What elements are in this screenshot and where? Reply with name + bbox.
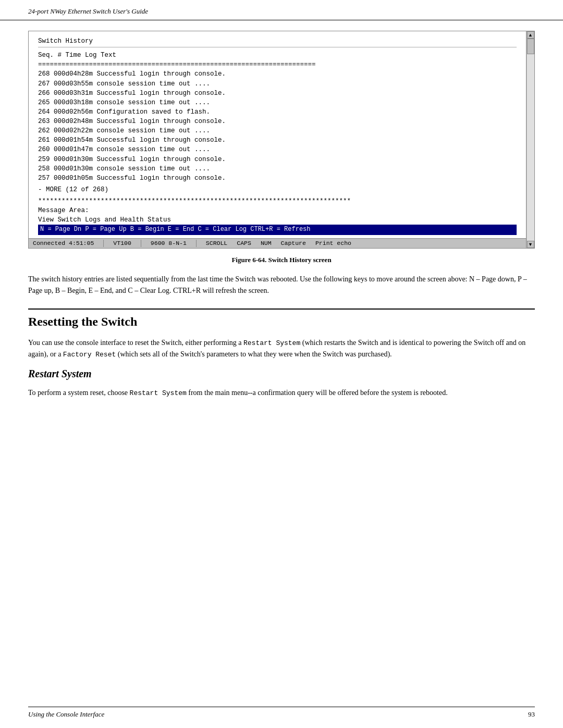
- scrollbar-down-button[interactable]: ▼: [527, 241, 534, 248]
- terminal-row-10: 258 000d01h30m console session time out …: [38, 164, 517, 174]
- footer-right: 93: [528, 710, 535, 719]
- status-scroll: SCROLL: [206, 240, 227, 246]
- terminal-row-3: 265 000d03h18m console session time out …: [38, 98, 517, 107]
- scrollbar-up-button[interactable]: ▲: [527, 31, 534, 39]
- status-divider-3: [196, 240, 197, 247]
- figure-caption-text: Figure 6-64. Switch History screen: [231, 256, 331, 264]
- status-divider-1: [103, 240, 104, 247]
- subsection-title: Restart System: [28, 368, 535, 380]
- section-divider: [28, 309, 535, 310]
- restart-system-mono: Restart System: [243, 339, 300, 347]
- terminal-status-bar: Connected 4:51:05 VT100 9600 8-N-1 SCROL…: [29, 238, 526, 248]
- figure-caption: Figure 6-64. Switch History screen: [28, 256, 535, 264]
- terminal-hr: [38, 47, 517, 47]
- page-footer: Using the Console Interface 93: [28, 707, 535, 719]
- restart-system-mono-2: Restart System: [130, 389, 187, 397]
- terminal-row-5: 263 000d02h48m Successful login through …: [38, 117, 517, 126]
- status-caps: CAPS: [237, 240, 251, 246]
- terminal-row-8: 260 000d01h47m console session time out …: [38, 145, 517, 154]
- page-header: 24-port NWay Ethernet Switch User's Guid…: [0, 0, 563, 20]
- terminal-asterisks: ****************************************…: [38, 196, 517, 206]
- header-title: 24-port NWay Ethernet Switch User's Guid…: [28, 7, 148, 16]
- status-print-echo: Print echo: [315, 240, 351, 246]
- terminal-separator: ========================================…: [38, 60, 517, 69]
- scrollbar[interactable]: ▲ ▼: [526, 31, 534, 248]
- status-divider-2: [141, 240, 141, 247]
- terminal-body: Switch History Seq. # Time Log Text ====…: [29, 31, 526, 238]
- terminal-row-7: 261 000d01h54m Successful login through …: [38, 135, 517, 145]
- terminal-row-9: 259 000d01h30m Successful login through …: [38, 155, 517, 164]
- status-baud: 9600 8-N-1: [151, 240, 187, 246]
- terminal-screenshot: ▲ ▼ Switch History Seq. # Time Log Text …: [28, 31, 535, 249]
- section-title: Resetting the Switch: [28, 315, 535, 329]
- description-paragraph: The switch history entries are listed se…: [28, 274, 535, 297]
- terminal-row-11: 257 000d01h05m Successful login through …: [38, 174, 517, 183]
- footer-left: Using the Console Interface: [28, 710, 104, 719]
- status-connected: Connected 4:51:05: [33, 240, 94, 246]
- terminal-row-6: 262 000d02h22m console session time out …: [38, 126, 517, 135]
- subsection-para: To perform a system reset, choose Restar…: [28, 387, 535, 399]
- terminal-row-1: 267 000d03h55m console session time out …: [38, 79, 517, 89]
- scrollbar-thumb[interactable]: [527, 39, 534, 54]
- status-capture: Capture: [281, 240, 306, 246]
- status-terminal: VT100: [113, 240, 131, 246]
- scrollbar-track: [527, 39, 534, 241]
- terminal-title-line: Switch History: [38, 36, 517, 46]
- terminal-more-line: - MORE (12 of 268): [38, 185, 517, 194]
- terminal-view-line: View Switch Logs and Health Status: [38, 215, 517, 225]
- terminal-row-0: 268 000d04h28m Successful login through …: [38, 69, 517, 79]
- terminal-nav-bar: N = Page Dn P = Page Up B = Begin E = En…: [38, 225, 517, 235]
- terminal-message-area: Message Area:: [38, 206, 517, 215]
- terminal-column-headers: Seq. # Time Log Text: [38, 51, 517, 60]
- main-content: ▲ ▼ Switch History Seq. # Time Log Text …: [0, 20, 563, 427]
- section-intro-para: You can use the console interface to res…: [28, 337, 535, 361]
- terminal-row-2: 266 000d03h31m Successful login through …: [38, 89, 517, 98]
- factory-reset-mono: Factory Reset: [63, 351, 116, 359]
- terminal-row-4: 264 000d02h56m Configuration saved to fl…: [38, 107, 517, 117]
- status-num: NUM: [261, 240, 272, 246]
